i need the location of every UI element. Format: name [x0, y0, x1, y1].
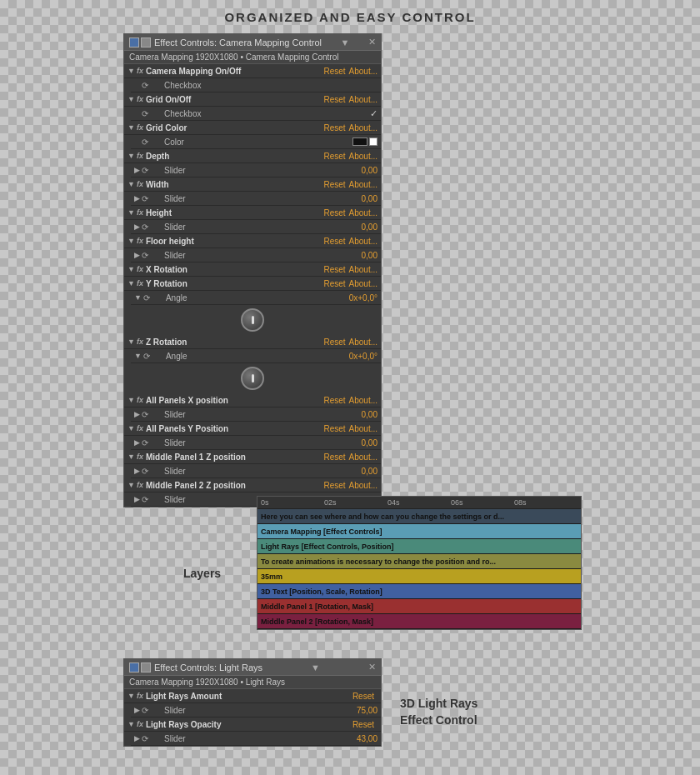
expand-arrow[interactable]: ▼ [128, 180, 135, 188]
expand-arrow[interactable]: ▶ [134, 251, 140, 259]
layer-label-6: Middle Panel 1 [Rotation, Mask] [261, 602, 373, 611]
timeline-layer-3[interactable]: To create animations is necessary to cha… [258, 554, 581, 569]
timeline-layer-5[interactable]: 3D Text [Position, Scale, Rotation] [258, 584, 581, 599]
about-btn[interactable]: About... [349, 265, 378, 274]
checkbox-value[interactable]: ✓ [370, 108, 378, 119]
y-rotation-knob[interactable] [241, 308, 264, 332]
about-btn[interactable]: About... [349, 95, 378, 104]
expand-arrow[interactable]: ▶ [134, 706, 140, 714]
expand-arrow[interactable]: ▼ [128, 279, 135, 288]
reset-btn[interactable]: Reset [323, 338, 345, 347]
reset-btn[interactable]: Reset [323, 279, 345, 288]
reset-btn[interactable]: Reset [352, 720, 374, 729]
about-btn[interactable]: About... [349, 396, 378, 405]
about-btn[interactable]: About... [349, 152, 378, 161]
expand-arrow[interactable]: ▶ [134, 222, 140, 231]
about-btn[interactable]: About... [349, 481, 378, 490]
lr-panel-close-btn[interactable]: ✕ [368, 662, 376, 672]
expand-arrow[interactable]: ▼ [128, 95, 135, 103]
lr-amount-value[interactable]: 75,00 [352, 706, 378, 715]
clock-icon: ⟳ [142, 495, 148, 504]
color-swatch-black[interactable] [352, 138, 368, 146]
timeline-layer-0[interactable]: Here you can see where and how can you c… [258, 509, 581, 524]
z-rotation-knob[interactable] [241, 367, 264, 390]
timeline-layer-2[interactable]: Light Rays [Effect Controls, Position] [258, 539, 581, 554]
slider-value[interactable]: 0,00 [352, 194, 378, 203]
expand-arrow[interactable]: ▼ [128, 208, 135, 217]
timeline-layer-1[interactable]: Camera Mapping [Effect Controls] [258, 524, 581, 539]
reset-btn[interactable]: Reset [323, 67, 345, 76]
expand-arrow[interactable]: ▶ [134, 166, 140, 174]
expand-arrow[interactable]: ▶ [134, 734, 140, 742]
expand-arrow[interactable]: ▼ [134, 293, 142, 302]
timeline-layer-6[interactable]: Middle Panel 1 [Rotation, Mask] [258, 599, 581, 614]
expand-arrow[interactable]: ▼ [128, 123, 135, 132]
slider-value[interactable]: 0,00 [352, 251, 378, 260]
timeline-time-row: 0s 02s 04s 06s 08s [258, 497, 581, 509]
expand-arrow[interactable]: ▼ [134, 352, 142, 360]
expand-arrow[interactable]: ▼ [128, 396, 135, 404]
reset-btn[interactable]: Reset [323, 208, 345, 218]
about-btn[interactable]: About... [349, 208, 378, 218]
expand-arrow[interactable]: ▼ [128, 692, 135, 700]
expand-arrow[interactable]: ▼ [128, 152, 135, 160]
checkbox-label: Checkbox [164, 81, 378, 90]
panel-close-btn[interactable]: ✕ [368, 37, 376, 48]
expand-arrow[interactable]: ▶ [134, 438, 140, 447]
expand-arrow[interactable]: ▶ [134, 194, 140, 202]
reset-btn[interactable]: Reset [323, 152, 345, 161]
row-name: Light Rays Amount [146, 692, 352, 701]
expand-arrow[interactable]: ▼ [128, 452, 135, 461]
lr-opacity-value[interactable]: 43,00 [352, 734, 378, 743]
expand-arrow[interactable]: ▼ [128, 720, 135, 728]
reset-btn[interactable]: Reset [323, 481, 345, 490]
reset-btn[interactable]: Reset [323, 424, 345, 433]
light-rays-panel: Effect Controls: Light Rays ▼ ✕ Camera M… [123, 658, 382, 747]
color-swatch-white[interactable] [369, 138, 378, 146]
about-btn[interactable]: About... [349, 338, 378, 347]
reset-btn[interactable]: Reset [323, 180, 345, 189]
about-btn[interactable]: About... [349, 237, 378, 246]
layer-label-5: 3D Text [Position, Scale, Rotation] [261, 588, 382, 596]
about-btn[interactable]: About... [349, 67, 378, 76]
row-z-rotation: ▼ fx Z Rotation Reset About... [124, 335, 381, 349]
reset-btn[interactable]: Reset [323, 452, 345, 462]
row-name: Camera Mapping On/Off [146, 67, 323, 76]
expand-arrow[interactable]: ▼ [128, 265, 135, 273]
lr-panel-menu-btn[interactable]: ▼ [311, 662, 320, 672]
slider-value[interactable]: 0,00 [352, 410, 378, 419]
slider-value[interactable]: 0,00 [352, 467, 378, 476]
expand-arrow[interactable]: ▶ [134, 495, 140, 503]
expand-arrow[interactable]: ▼ [128, 481, 135, 489]
expand-arrow[interactable]: ▶ [134, 410, 140, 418]
angle-value[interactable]: 0x+0,0° [349, 293, 378, 302]
expand-arrow[interactable]: ▶ [134, 467, 140, 475]
slider-value[interactable]: 0,00 [352, 438, 378, 448]
reset-btn[interactable]: Reset [352, 692, 374, 701]
about-btn[interactable]: About... [349, 452, 378, 462]
reset-btn[interactable]: Reset [323, 123, 345, 132]
main-effect-panel: Effect Controls: Camera Mapping Control … [123, 33, 382, 508]
about-btn[interactable]: About... [349, 180, 378, 189]
about-btn[interactable]: About... [349, 123, 378, 132]
reset-btn[interactable]: Reset [323, 396, 345, 405]
about-btn[interactable]: About... [349, 424, 378, 433]
reset-btn[interactable]: Reset [323, 265, 345, 274]
timeline-layer-7[interactable]: Middle Panel 2 [Rotation, Mask] [258, 614, 581, 629]
timeline-layer-4[interactable]: 35mm [258, 569, 581, 584]
lr-panel-title-bar: Effect Controls: Light Rays ▼ ✕ [124, 659, 381, 676]
reset-btn[interactable]: Reset [323, 95, 345, 104]
expand-arrow[interactable]: ▼ [128, 338, 135, 346]
slider-label: Slider [164, 166, 352, 175]
angle-value[interactable]: 0x+0,0° [349, 352, 378, 361]
expand-arrow[interactable]: ▼ [128, 237, 135, 245]
panel-menu-btn[interactable]: ▼ [341, 38, 350, 48]
about-btn[interactable]: About... [349, 279, 378, 288]
expand-arrow[interactable]: ▼ [128, 424, 135, 432]
expand-arrow[interactable]: ▼ [128, 67, 135, 75]
layer-label-2: Light Rays [Effect Controls, Position] [261, 542, 394, 551]
lr-panel-subtitle: Camera Mapping 1920X1080 • Light Rays [124, 676, 381, 689]
slider-value[interactable]: 0,00 [352, 166, 378, 175]
reset-btn[interactable]: Reset [323, 237, 345, 246]
slider-value[interactable]: 0,00 [352, 222, 378, 232]
